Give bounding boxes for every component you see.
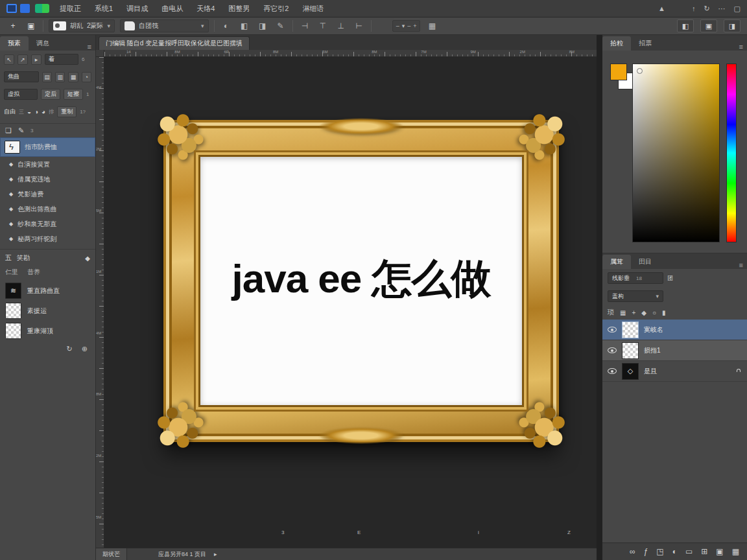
menu-item[interactable]: 调目成 [126, 4, 148, 14]
grid-view-icon[interactable]: ▤ [42, 72, 52, 82]
menu-item[interactable]: 曲电从 [161, 4, 183, 14]
shade-c-icon[interactable]: ◕ [42, 108, 45, 115]
tab-color[interactable]: 拾粒 [602, 36, 631, 51]
workspace-panels-icon[interactable]: ▣ [700, 19, 717, 32]
sync-icon[interactable]: ↻ [704, 5, 709, 13]
app-logo-icon[interactable] [20, 4, 30, 13]
layer-thumbnail[interactable] [622, 321, 639, 338]
history-item[interactable]: ◆ 自演接簧置 [0, 157, 95, 172]
history-item[interactable]: ◆ 秘两习纤驼刻 [0, 231, 95, 246]
opacity-icon[interactable]: ◐ [220, 21, 233, 30]
airbrush-icon[interactable]: ◨ [256, 21, 269, 30]
align-top-icon[interactable]: ⊤ [316, 21, 329, 30]
menu-item[interactable]: 系统1 [95, 4, 113, 14]
clock-icon[interactable]: ◔ [82, 72, 91, 82]
option-field[interactable]: 虚拟 [4, 89, 38, 100]
photo-icon[interactable]: ▲ [658, 5, 665, 12]
tab-adjust[interactable]: 调息 [29, 36, 57, 51]
layer-row[interactable]: 损指1 [602, 340, 747, 361]
panel-divider[interactable] [597, 35, 602, 560]
history-item-selected[interactable]: 指市防费恤 [0, 137, 95, 157]
option-field[interactable]: 焦曲 [4, 71, 39, 82]
shade-a-icon[interactable]: ◒ [27, 108, 31, 115]
style-item[interactable]: 素援运 [0, 301, 95, 321]
menu-item[interactable]: 天络4 [196, 4, 215, 14]
style-item[interactable]: ≋ 重直路曲直 [0, 281, 95, 301]
panel-menu-icon[interactable]: ≡ [84, 43, 95, 51]
document-tab[interactable]: 门编辑 随自d 变足量报呼田取保化就是巴图摆填 [99, 36, 250, 50]
reset-button[interactable]: 重制 [57, 106, 77, 117]
tab-presets[interactable]: 预素 [0, 36, 29, 51]
option-field[interactable]: 着 [45, 54, 78, 65]
status-caret-icon[interactable]: ▸ [214, 551, 217, 557]
vertical-ruler[interactable]: 4M2M 5M1M 4M8M 2M5M [96, 57, 104, 548]
new-style-icon[interactable]: ⊕ [82, 345, 88, 353]
lock-transparency-icon[interactable]: ▦ [620, 309, 626, 316]
link-icon[interactable]: ∞ [630, 547, 635, 556]
cursor-icon[interactable]: ↖ [4, 54, 14, 65]
layer-name[interactable]: 损指1 [644, 346, 661, 355]
menu-item[interactable]: 图整男 [228, 4, 250, 14]
stepper-plus[interactable]: + [413, 23, 416, 29]
columns-view-icon[interactable]: ▦ [68, 72, 78, 82]
workspace-brush-icon[interactable]: ◧ [677, 19, 694, 32]
saturation-brightness-field[interactable] [632, 64, 720, 242]
shade-b-icon[interactable]: ◑ [34, 108, 38, 115]
tab-layers[interactable]: 属茸 [602, 255, 631, 269]
mask-icon[interactable]: ◳ [656, 547, 663, 556]
mode-dropdown[interactable]: 自团筏 ▾ [120, 19, 209, 32]
tab-channels[interactable]: 田目 [631, 255, 659, 269]
zoom-level-box[interactable]: 期状芒 [96, 548, 127, 560]
history-item[interactable]: ◆ 色测出筛燕曲 [0, 202, 95, 216]
history-item[interactable]: ◆ 梵影迪费 [0, 187, 95, 202]
blend-mode-dropdown[interactable]: 线影垂 18 [608, 272, 663, 284]
diamond-icon[interactable]: ◆ [85, 255, 90, 262]
menu-item[interactable]: 淋细语 [302, 4, 324, 14]
document-canvas[interactable]: java ee 怎么做 3 E i Z [104, 57, 597, 548]
layer-row-selected[interactable]: 寞岐名 [602, 320, 747, 340]
effects-icon[interactable]: ƒ [644, 547, 648, 556]
bridge-logo-icon[interactable] [35, 4, 49, 13]
history-item[interactable]: ◆ 纱和泉无那直 [0, 216, 95, 231]
pressure-icon[interactable]: ✎ [274, 21, 287, 30]
adjustment-icon[interactable]: ◐ [672, 547, 677, 556]
flag-icon[interactable]: ▸ [31, 54, 42, 65]
refresh-icon[interactable]: ↻ [67, 345, 73, 353]
styles-subtab[interactable]: 昔养 [27, 268, 40, 277]
lock-position-icon[interactable]: ◆ [641, 309, 646, 316]
move-tool-icon[interactable]: + [6, 20, 19, 32]
foreground-color-swatch[interactable] [610, 64, 627, 80]
layer-name[interactable]: 是且 [644, 367, 657, 376]
ruler-origin[interactable] [96, 50, 104, 57]
horizontal-ruler[interactable]: 148M 6R8M 5M8M 7M9M 2M8M [104, 50, 597, 57]
option-button[interactable]: 定后 [41, 89, 60, 100]
view-stepper[interactable]: – ▾ – + [392, 20, 421, 32]
menu-item[interactable]: 提取正 [60, 4, 81, 14]
layer-thumbnail[interactable] [622, 342, 639, 359]
more-icon[interactable]: ⋯ [718, 5, 726, 13]
lock-artboard-icon[interactable]: ○ [652, 309, 656, 316]
visibility-eye-icon[interactable] [608, 347, 617, 353]
panel-menu-icon[interactable]: ≡ [735, 43, 747, 51]
app-frame-icon[interactable] [6, 4, 17, 13]
visibility-eye-icon[interactable] [608, 327, 617, 332]
direct-select-icon[interactable]: ↗ [18, 54, 28, 65]
align-bottom-icon[interactable]: ⊥ [335, 21, 348, 30]
history-item[interactable]: ◆ 借属宽违地 [0, 172, 95, 187]
flow-icon[interactable]: ◧ [238, 21, 251, 30]
group-icon[interactable]: ▭ [685, 547, 693, 556]
layer-row-background[interactable]: ◇ 是且 [602, 361, 747, 382]
marquee-tool-icon[interactable]: ▣ [25, 20, 38, 32]
stepper-minus[interactable]: – [396, 23, 399, 29]
brush-preset-dropdown[interactable]: 胡乱 2蒙际 ▾ [49, 19, 115, 32]
lock-pixels-icon[interactable]: + [632, 309, 635, 316]
align-left-icon[interactable]: ⊣ [298, 21, 311, 30]
fill-dropdown[interactable]: 盖构 ▾ [608, 290, 663, 302]
grid-toggle-icon[interactable]: ▦ [425, 21, 438, 30]
menu-item[interactable]: 再它引2 [263, 4, 289, 14]
snapshot-icon[interactable]: ❏ [5, 126, 12, 135]
tab-swatches[interactable]: 招票 [631, 36, 659, 51]
option-button[interactable]: 短擦 [64, 89, 83, 100]
style-item[interactable]: 重康湖顶 [0, 321, 95, 341]
visibility-eye-icon[interactable] [608, 368, 617, 374]
